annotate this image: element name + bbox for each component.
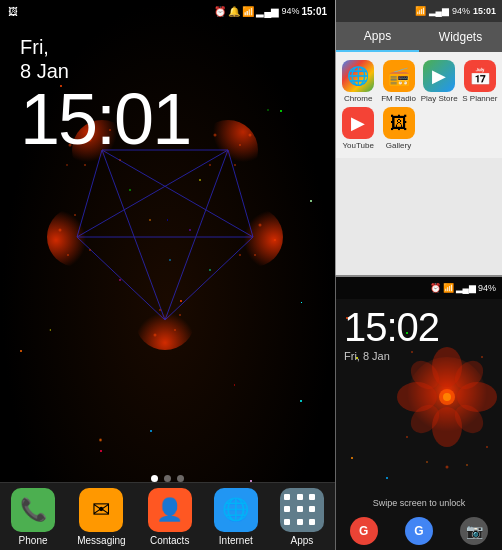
svg-point-41 [209, 269, 211, 271]
svg-point-40 [119, 279, 121, 281]
svg-line-12 [165, 237, 253, 320]
particle [386, 477, 388, 479]
svg-point-26 [74, 214, 76, 216]
clock-date: Fri,8 Jan [20, 35, 190, 83]
svg-point-18 [84, 164, 86, 166]
svg-point-27 [89, 249, 91, 251]
alarm-icon: ⏰ [214, 6, 226, 17]
br-icon-google-blue[interactable]: G [405, 517, 433, 545]
contacts-label: Contacts [150, 535, 189, 546]
dot-1[interactable] [151, 475, 158, 482]
svg-point-25 [59, 229, 62, 232]
dot-3[interactable] [177, 475, 184, 482]
svg-point-23 [209, 164, 211, 166]
svg-point-57 [406, 436, 408, 438]
dock-contacts[interactable]: 👤 Contacts [148, 488, 192, 546]
dock-apps[interactable]: Apps [280, 488, 324, 546]
youtube-icon: ▶ [342, 107, 374, 139]
right-panel: 📶 ▂▄▆ 94% 15:01 Apps Widgets 🌐 Chrome 📻 [335, 0, 502, 550]
svg-point-29 [259, 224, 262, 227]
br-wallpaper-art [397, 337, 497, 477]
signal-icon: ▂▄▆ [256, 6, 279, 17]
chrome-label: Chrome [344, 94, 372, 103]
svg-point-31 [239, 254, 241, 256]
tr-time: 15:01 [473, 6, 496, 16]
apps-tabs: Apps Widgets [336, 22, 502, 52]
svg-point-35 [159, 309, 161, 311]
svg-point-34 [174, 329, 176, 331]
particle [351, 457, 353, 459]
dock-messaging[interactable]: ✉ Messaging [77, 488, 125, 546]
chrome-icon: 🌐 [342, 60, 374, 92]
tab-widgets[interactable]: Widgets [419, 22, 502, 52]
play-store-icon: ▶ [423, 60, 455, 92]
svg-point-61 [466, 464, 468, 466]
svg-point-43 [189, 229, 191, 231]
fm-radio-icon: 📻 [383, 60, 415, 92]
battery-text: 94% [281, 6, 299, 16]
dot-2[interactable] [164, 475, 171, 482]
play-store-label: Play Store [421, 94, 458, 103]
br-icon-camera[interactable]: 📷 [460, 517, 488, 545]
svg-point-20 [214, 134, 217, 137]
svg-point-28 [67, 254, 69, 256]
svg-point-30 [274, 239, 276, 241]
svg-point-42 [149, 219, 151, 221]
bottom-dock: 📞 Phone ✉ Messaging 👤 Contacts 🌐 Interne… [0, 482, 335, 550]
clock-display: Fri,8 Jan 15:01 [20, 35, 190, 155]
app-gallery[interactable]: 🖼 Gallery [380, 107, 416, 150]
svg-point-33 [154, 334, 157, 337]
svg-point-59 [446, 466, 449, 469]
br-bottom-icons: G G 📷 [336, 517, 502, 545]
wifi-icon: 📶 [242, 6, 254, 17]
swipe-text: Swipe screen to unlock [336, 498, 502, 508]
apps-label: Apps [291, 535, 314, 546]
phone-label: Phone [19, 535, 48, 546]
internet-icon: 🌐 [214, 488, 258, 532]
clock-status: 15:01 [301, 6, 327, 17]
svg-point-32 [254, 254, 256, 256]
gallery-label: Gallery [386, 141, 411, 150]
br-status-bar: ⏰ 📶 ▂▄▆ 94% [336, 277, 502, 299]
app-s-planner[interactable]: 📅 S Planner [462, 60, 498, 103]
page-dots[interactable] [0, 475, 335, 482]
tr-battery: 94% [452, 6, 470, 16]
svg-point-22 [234, 164, 236, 166]
youtube-label: YouTube [342, 141, 373, 150]
svg-point-58 [486, 446, 488, 448]
svg-line-9 [165, 150, 228, 320]
screenshot-icon: 🖼 [8, 6, 18, 17]
svg-point-37 [129, 189, 131, 191]
internet-label: Internet [219, 535, 253, 546]
tab-apps[interactable]: Apps [336, 22, 419, 52]
messaging-icon: ✉ [79, 488, 123, 532]
br-signal-icon: ▂▄▆ [456, 283, 476, 293]
left-panel: 🖼 ⏰ 🔔 📶 ▂▄▆ 94% 15:01 Fri,8 Jan 15:01 📞 … [0, 0, 335, 550]
br-icon-google-red[interactable]: G [350, 517, 378, 545]
svg-point-24 [249, 134, 252, 137]
apps-icon [280, 488, 324, 532]
dock-internet[interactable]: 🌐 Internet [214, 488, 258, 546]
tr-status-bar: 📶 ▂▄▆ 94% 15:01 [336, 0, 502, 22]
svg-line-7 [102, 150, 165, 320]
s-planner-label: S Planner [462, 94, 497, 103]
br-battery: 94% [478, 283, 496, 293]
phone-icon: 📞 [11, 488, 55, 532]
notification-icon: 🔔 [228, 6, 240, 17]
fm-radio-label: FM Radio [381, 94, 416, 103]
dock-phone[interactable]: 📞 Phone [11, 488, 55, 546]
app-fm-radio[interactable]: 📻 FM Radio [380, 60, 416, 103]
tr-signal: ▂▄▆ [429, 6, 449, 16]
br-wifi-icon: 📶 [443, 283, 454, 293]
tr-wifi: 📶 [415, 6, 426, 16]
top-right-panel: 📶 ▂▄▆ 94% 15:01 Apps Widgets 🌐 Chrome 📻 [335, 0, 502, 275]
app-play-store[interactable]: ▶ Play Store [421, 60, 458, 103]
app-youtube[interactable]: ▶ YouTube [340, 107, 376, 150]
svg-point-21 [239, 144, 241, 146]
apps-grid: 🌐 Chrome 📻 FM Radio ▶ Play Store [336, 52, 502, 158]
app-chrome[interactable]: 🌐 Chrome [340, 60, 376, 103]
svg-point-36 [179, 314, 181, 316]
svg-point-54 [443, 393, 451, 401]
contacts-icon: 👤 [148, 488, 192, 532]
gallery-icon: 🖼 [383, 107, 415, 139]
